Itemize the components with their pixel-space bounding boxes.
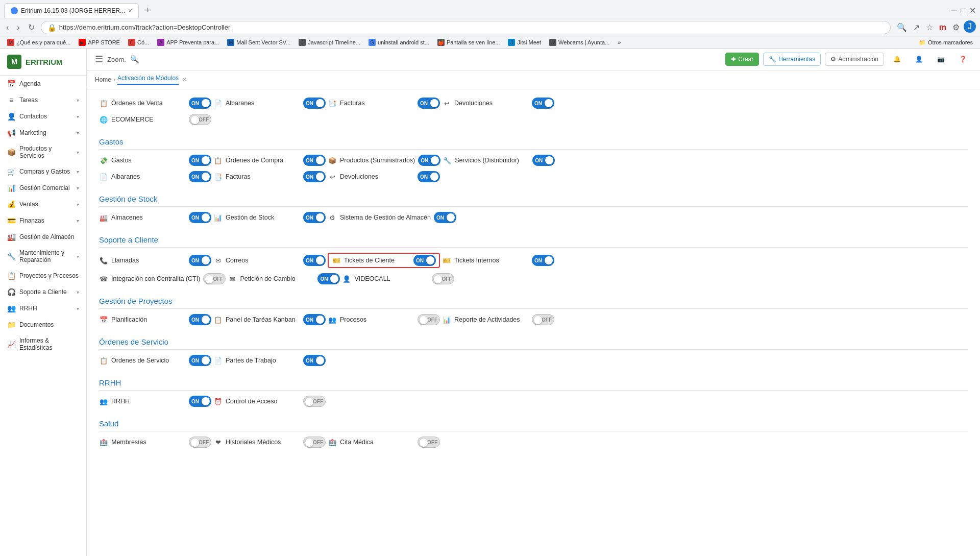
active-tab[interactable]: Eritrium 16.15.03 (JORGE HERRER... × [4, 3, 139, 18]
toggle-on[interactable]: ON [418, 171, 440, 182]
module-icon-3-0-1: ✉ [213, 256, 223, 265]
toggle-on[interactable]: ON [303, 98, 326, 109]
bookmark-more[interactable]: » [615, 38, 624, 46]
toggle-on[interactable]: ON [303, 155, 326, 166]
toggle-knob [316, 356, 324, 365]
help-button[interactable]: ❓ [954, 53, 972, 65]
crear-button[interactable]: ✚ Crear [725, 53, 759, 66]
address-bar[interactable]: 🔒 [41, 21, 891, 34]
bookmark-6[interactable]: G uninstall android st... [365, 38, 432, 47]
toggle-on[interactable]: ON [532, 255, 554, 266]
tab-close-button[interactable]: × [128, 7, 132, 15]
toggle-off[interactable]: OFF [303, 396, 326, 407]
folder-icon: 📁 [919, 39, 926, 46]
breadcrumb-close-button[interactable]: ✕ [182, 76, 187, 83]
other-bookmarks-label: Otros marcadores [928, 39, 973, 45]
sidebar-item-11[interactable]: 📋 Proyectos y Procesos [0, 268, 86, 284]
toggle-on[interactable]: ON [418, 155, 440, 166]
search-button[interactable]: 🔍 [895, 20, 909, 34]
toggle-off[interactable]: OFF [189, 114, 211, 125]
minimize-button[interactable]: ─ [951, 6, 957, 15]
herramientas-button[interactable]: 🔧 Herramientas [763, 53, 821, 66]
toggle-on[interactable]: ON [189, 155, 211, 166]
toggle-on[interactable]: ON [189, 355, 211, 366]
profile-button[interactable]: J [964, 20, 976, 33]
toggle-on[interactable]: ON [303, 314, 326, 325]
bookmark-1[interactable]: ▶ APP STORE [76, 38, 123, 47]
zoom-search-icon[interactable]: 🔍 [130, 55, 139, 63]
toggle-off[interactable]: OFF [418, 437, 440, 448]
bookmark-9[interactable]: W Webcams | Ayunta... [546, 38, 612, 47]
sidebar-item-5[interactable]: 🛒 Compras y Gastos ▾ [0, 163, 86, 180]
toggle-on[interactable]: ON [189, 171, 211, 182]
toggle-on[interactable]: ON [303, 355, 326, 366]
toggle-on[interactable]: ON [317, 273, 340, 284]
breadcrumb-active-tab[interactable]: Activación de Módulos [117, 75, 179, 85]
puzzle-button[interactable]: ⚙ [950, 20, 962, 34]
sidebar-item-2[interactable]: 👤 Contactos ▾ [0, 108, 86, 125]
toggle-on[interactable]: ON [532, 98, 554, 109]
extensions-button[interactable]: m [937, 20, 948, 34]
bookmark-7[interactable]: 🍎 Pantalla se ven line... [434, 38, 503, 47]
refresh-button[interactable]: ↻ [26, 20, 37, 34]
maximize-button[interactable]: □ [961, 7, 965, 15]
toggle-on-label: ON [191, 317, 199, 323]
toggle-on[interactable]: ON [189, 212, 211, 223]
breadcrumb-home[interactable]: Home [95, 76, 111, 83]
toggle-on[interactable]: ON [189, 98, 211, 109]
user-button[interactable]: 👤 [910, 53, 928, 65]
bookmark-5[interactable]: J Javascript Timeline... [296, 38, 363, 47]
module-grid-7: 🏥 Membresías OFF ❤ Historiales Médicos O… [99, 437, 968, 450]
sidebar-item-7[interactable]: 💰 Ventas ▾ [0, 196, 86, 212]
sidebar-item-8[interactable]: 💳 Finanzas ▾ [0, 212, 86, 229]
sidebar-item-4[interactable]: 📦 Productos y Servicios ▾ [0, 141, 86, 163]
toggle-on[interactable]: ON [413, 255, 436, 266]
bookmark-8[interactable]: J Jitsi Meet [505, 38, 544, 47]
back-button[interactable]: ‹ [4, 21, 11, 34]
toggle-on[interactable]: ON [303, 212, 326, 223]
sidebar-item-13[interactable]: 👥 RRHH ▾ [0, 300, 86, 317]
toggle-on[interactable]: ON [303, 171, 326, 182]
sidebar-item-12[interactable]: 🎧 Soporte a Cliente ▾ [0, 284, 86, 300]
sidebar-item-0[interactable]: 📅 Agenda [0, 76, 86, 92]
bookmark-button[interactable]: ☆ [924, 20, 935, 34]
sidebar-item-15[interactable]: 📈 Informes & Estadísticas [0, 333, 86, 355]
toggle-off[interactable]: OFF [432, 273, 454, 284]
sidebar-item-10[interactable]: 🔧 Mantenimiento y Reparación ▾ [0, 245, 86, 268]
sidebar-item-14[interactable]: 📁 Documentos [0, 317, 86, 333]
module-icon-6-0-0: 👥 [99, 397, 108, 406]
bookmark-0[interactable]: M ¿Qué es y para qué... [4, 38, 74, 47]
forward-button[interactable]: › [15, 21, 21, 34]
toggle-on[interactable]: ON [532, 155, 555, 166]
toggle-on[interactable]: ON [303, 255, 326, 266]
other-bookmarks[interactable]: 📁 Otros marcadores [916, 38, 976, 47]
hamburger-menu[interactable]: ☰ [95, 54, 103, 65]
close-window-button[interactable]: ✕ [969, 6, 976, 15]
module-row-3-0: 📞 Llamadas ON ✉ Correos ON 🎫 Tickets de … [99, 253, 968, 268]
sidebar-item-3[interactable]: 📢 Marketing ▾ [0, 125, 86, 141]
bookmark-4[interactable]: M Mail Sent Vector SV... [224, 38, 293, 47]
camera-button[interactable]: 📷 [932, 53, 950, 65]
toggle-off[interactable]: OFF [532, 314, 554, 325]
notification-button[interactable]: 🔔 [888, 53, 906, 65]
sidebar-item-6[interactable]: 📊 Gestión Comercial ▾ [0, 180, 86, 196]
sidebar-item-1[interactable]: ≡ Tareas ▾ [0, 92, 86, 108]
bookmark-2[interactable]: C Có... [125, 38, 152, 47]
administracion-button[interactable]: ⚙ Administración [825, 53, 884, 66]
toggle-off[interactable]: OFF [203, 273, 226, 284]
address-input[interactable] [59, 23, 884, 31]
toggle-on[interactable]: ON [189, 255, 211, 266]
share-button[interactable]: ↗ [911, 20, 922, 34]
toggle-on[interactable]: ON [189, 396, 211, 407]
bookmark-3[interactable]: A APP Preventa para... [154, 38, 222, 47]
sidebar-item-9[interactable]: 🏭 Gestión de Almacén [0, 229, 86, 245]
module-icon-2-0-1: 📊 [213, 213, 223, 222]
toggle-off[interactable]: OFF [418, 314, 440, 325]
toggle-off[interactable]: OFF [189, 437, 211, 448]
toggle-on[interactable]: ON [434, 212, 456, 223]
toggle-knob [545, 156, 553, 164]
toggle-on[interactable]: ON [189, 314, 211, 325]
toggle-on[interactable]: ON [418, 98, 440, 109]
new-tab-button[interactable]: + [141, 3, 155, 18]
toggle-off[interactable]: OFF [303, 437, 326, 448]
